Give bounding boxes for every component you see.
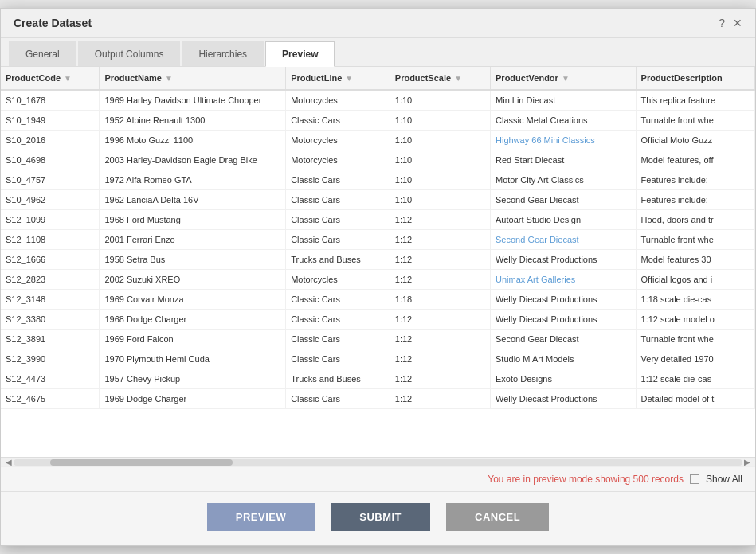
cell-product-vendor: Min Lin Diecast bbox=[491, 90, 637, 111]
help-icon[interactable]: ? bbox=[719, 17, 725, 29]
create-dataset-dialog: Create Dataset ? ✕ General Output Column… bbox=[0, 8, 756, 546]
cell-product-description: Very detailed 1970 bbox=[636, 349, 754, 369]
close-icon[interactable]: ✕ bbox=[733, 17, 742, 29]
dialog-title-bar: Create Dataset ? ✕ bbox=[1, 9, 755, 38]
cell-product-vendor: Classic Metal Creations bbox=[491, 111, 637, 131]
table-row: S12_4675 1969 Dodge Charger Classic Cars… bbox=[1, 389, 755, 409]
cell-product-vendor: Studio M Art Models bbox=[491, 349, 637, 369]
cell-product-code: S12_1099 bbox=[1, 210, 100, 230]
cell-product-vendor: Autoart Studio Design bbox=[491, 210, 637, 230]
cell-product-code: S12_3148 bbox=[1, 290, 100, 310]
cell-product-description: Hood, doors and tr bbox=[636, 210, 754, 230]
dialog-title: Create Dataset bbox=[14, 17, 92, 29]
cell-product-scale: 1:12 bbox=[390, 369, 490, 389]
tab-preview[interactable]: Preview bbox=[265, 41, 335, 67]
cell-product-line: Trucks and Buses bbox=[286, 250, 390, 270]
tab-output-columns[interactable]: Output Columns bbox=[78, 41, 181, 66]
col-header-product-name[interactable]: ProductName ▼ bbox=[100, 67, 286, 90]
tab-hierarchies[interactable]: Hierarchies bbox=[182, 41, 264, 66]
table-row: S10_2016 1996 Moto Guzzi 1100i Motorcycl… bbox=[1, 131, 755, 150]
filter-icon-product-name[interactable]: ▼ bbox=[165, 74, 173, 83]
cell-product-name: 1969 Harley Davidson Ultimate Chopper bbox=[100, 90, 286, 111]
cell-product-description: Features include: bbox=[636, 190, 754, 210]
cell-product-code: S10_4698 bbox=[1, 150, 100, 170]
cell-product-scale: 1:12 bbox=[390, 210, 490, 230]
data-table: ProductCode ▼ ProductName ▼ ProductLine bbox=[1, 67, 755, 409]
cell-product-code: S10_2016 bbox=[1, 131, 100, 150]
table-row: S12_1099 1968 Ford Mustang Classic Cars … bbox=[1, 210, 755, 230]
col-header-product-line[interactable]: ProductLine ▼ bbox=[286, 67, 390, 90]
cell-product-code: S10_1678 bbox=[1, 90, 100, 111]
filter-icon-product-scale[interactable]: ▼ bbox=[454, 74, 462, 83]
cell-product-vendor: Welly Diecast Productions bbox=[491, 250, 637, 270]
cell-product-name: 1969 Ford Falcon bbox=[100, 330, 286, 349]
submit-button[interactable]: SUBMIT bbox=[331, 503, 430, 531]
cell-product-vendor: Second Gear Diecast bbox=[491, 330, 637, 349]
cell-product-description: This replica feature bbox=[636, 90, 754, 111]
cell-product-scale: 1:12 bbox=[390, 389, 490, 409]
cell-product-code: S12_3891 bbox=[1, 330, 100, 349]
cell-product-scale: 1:12 bbox=[390, 270, 490, 290]
table-row: S12_1666 1958 Setra Bus Trucks and Buses… bbox=[1, 250, 755, 270]
horizontal-scrollbar[interactable]: ◀ ▶ bbox=[1, 457, 755, 466]
show-all-label[interactable]: Show All bbox=[706, 474, 742, 485]
col-header-product-description[interactable]: ProductDescription bbox=[636, 67, 754, 90]
cell-product-code: S10_4757 bbox=[1, 170, 100, 190]
cell-product-scale: 1:10 bbox=[390, 170, 490, 190]
filter-icon-product-vendor[interactable]: ▼ bbox=[562, 74, 570, 83]
cell-product-name: 2001 Ferrari Enzo bbox=[100, 230, 286, 250]
preview-button[interactable]: PREVIEW bbox=[207, 503, 315, 531]
data-table-container[interactable]: ProductCode ▼ ProductName ▼ ProductLine bbox=[1, 67, 755, 457]
cell-product-vendor: Welly Diecast Productions bbox=[491, 389, 637, 409]
table-row: S10_4698 2003 Harley-Davidson Eagle Drag… bbox=[1, 150, 755, 170]
cell-product-line: Classic Cars bbox=[286, 210, 390, 230]
cell-product-name: 1972 Alfa Romeo GTA bbox=[100, 170, 286, 190]
cell-product-name: 1968 Ford Mustang bbox=[100, 210, 286, 230]
cell-product-name: 1996 Moto Guzzi 1100i bbox=[100, 131, 286, 150]
cell-product-name: 1970 Plymouth Hemi Cuda bbox=[100, 349, 286, 369]
cell-product-scale: 1:12 bbox=[390, 230, 490, 250]
cell-product-description: Model features 30 bbox=[636, 250, 754, 270]
col-header-product-vendor[interactable]: ProductVendor ▼ bbox=[491, 67, 637, 90]
cell-product-name: 1958 Setra Bus bbox=[100, 250, 286, 270]
cancel-button[interactable]: CANCEL bbox=[446, 503, 549, 531]
scroll-thumb[interactable] bbox=[50, 459, 233, 466]
cell-product-line: Motorcycles bbox=[286, 270, 390, 290]
cell-product-vendor: Second Gear Diecast bbox=[491, 230, 637, 250]
filter-icon-product-line[interactable]: ▼ bbox=[345, 74, 353, 83]
cell-product-vendor: Second Gear Diecast bbox=[491, 190, 637, 210]
show-all-checkbox[interactable] bbox=[690, 474, 699, 484]
cell-product-vendor: Welly Diecast Productions bbox=[491, 290, 637, 310]
cell-product-scale: 1:10 bbox=[390, 111, 490, 131]
cell-product-code: S12_1108 bbox=[1, 230, 100, 250]
cell-product-name: 1962 LanciaA Delta 16V bbox=[100, 190, 286, 210]
cell-product-vendor: Exoto Designs bbox=[491, 369, 637, 389]
cell-product-name: 1952 Alpine Renault 1300 bbox=[100, 111, 286, 131]
scroll-right-arrow[interactable]: ▶ bbox=[742, 458, 752, 466]
cell-product-line: Classic Cars bbox=[286, 389, 390, 409]
table-row: S12_3148 1969 Corvair Monza Classic Cars… bbox=[1, 290, 755, 310]
scroll-left-arrow[interactable]: ◀ bbox=[4, 458, 14, 466]
cell-product-line: Classic Cars bbox=[286, 310, 390, 330]
cell-product-code: S12_2823 bbox=[1, 270, 100, 290]
cell-product-vendor: Highway 66 Mini Classics bbox=[491, 131, 637, 150]
cell-product-line: Classic Cars bbox=[286, 290, 390, 310]
cell-product-description: Features include: bbox=[636, 170, 754, 190]
cell-product-code: S10_1949 bbox=[1, 111, 100, 131]
cell-product-description: 1:18 scale die-cas bbox=[636, 290, 754, 310]
table-row: S10_4757 1972 Alfa Romeo GTA Classic Car… bbox=[1, 170, 755, 190]
cell-product-name: 1957 Chevy Pickup bbox=[100, 369, 286, 389]
col-header-product-scale[interactable]: ProductScale ▼ bbox=[390, 67, 490, 90]
table-row: S12_3380 1968 Dodge Charger Classic Cars… bbox=[1, 310, 755, 330]
col-header-product-code[interactable]: ProductCode ▼ bbox=[1, 67, 100, 90]
table-row: S12_1108 2001 Ferrari Enzo Classic Cars … bbox=[1, 230, 755, 250]
filter-icon-product-code[interactable]: ▼ bbox=[64, 74, 72, 83]
cell-product-scale: 1:18 bbox=[390, 290, 490, 310]
title-icons: ? ✕ bbox=[719, 17, 742, 29]
cell-product-description: Turnable front whe bbox=[636, 111, 754, 131]
table-row: S10_1678 1969 Harley Davidson Ultimate C… bbox=[1, 90, 755, 111]
tab-general[interactable]: General bbox=[9, 41, 76, 66]
table-row: S12_4473 1957 Chevy Pickup Trucks and Bu… bbox=[1, 369, 755, 389]
scroll-track[interactable] bbox=[14, 459, 742, 466]
footer-buttons: PREVIEW SUBMIT CANCEL bbox=[1, 491, 755, 545]
